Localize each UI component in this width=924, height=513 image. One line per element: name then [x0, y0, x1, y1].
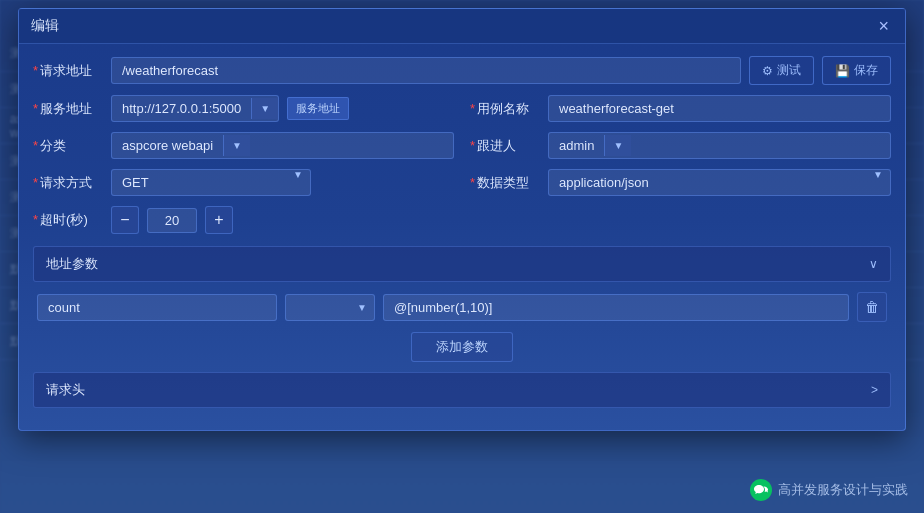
wechat-icon	[750, 479, 772, 501]
case-label: *用例名称	[470, 100, 540, 118]
test-icon: ⚙	[762, 64, 773, 78]
url-input[interactable]	[111, 57, 741, 84]
method-label: *请求方式	[33, 174, 103, 192]
close-button[interactable]: ×	[874, 17, 893, 35]
service-label: *服务地址	[33, 100, 103, 118]
method-select[interactable]: GET POST PUT DELETE	[111, 169, 311, 196]
timeout-minus-button[interactable]: −	[111, 206, 139, 234]
delete-param-button[interactable]: 🗑	[857, 292, 887, 322]
datatype-label: *数据类型	[470, 174, 540, 192]
params-collapse-icon: ∨	[869, 257, 878, 271]
chevron-down-icon[interactable]: ▼	[251, 98, 278, 119]
save-button[interactable]: 💾 保存	[822, 56, 891, 85]
headers-collapse-icon: >	[871, 383, 878, 397]
url-label: *请求地址	[33, 62, 103, 80]
category-row: *分类 aspcore webapi ▼ *跟进人 admin ▼	[33, 132, 891, 159]
tracker-label: *跟进人	[470, 137, 540, 155]
modal-title: 编辑	[31, 17, 59, 35]
tracker-dropdown[interactable]: admin ▼	[548, 132, 891, 159]
add-param-row: 添加参数	[33, 332, 891, 362]
category-label: *分类	[33, 137, 103, 155]
case-input[interactable]	[548, 95, 891, 122]
modal-header: 编辑 ×	[19, 9, 905, 44]
chevron-down-icon[interactable]: ▼	[223, 135, 250, 156]
param-row: String Number ▼ 🗑	[33, 292, 891, 322]
headers-section-header[interactable]: 请求头 >	[33, 372, 891, 408]
category-dropdown[interactable]: aspcore webapi ▼	[111, 132, 454, 159]
param-value-input[interactable]	[383, 294, 849, 321]
trash-icon: 🗑	[865, 299, 879, 315]
timeout-row: *超时(秒) − +	[33, 206, 891, 234]
timeout-label: *超时(秒)	[33, 211, 103, 229]
chevron-down-icon[interactable]: ▼	[604, 135, 631, 156]
params-section-header[interactable]: 地址参数 ∨	[33, 246, 891, 282]
headers-section-title: 请求头	[46, 381, 85, 399]
service-dropdown[interactable]: http://127.0.0.1:5000 ▼	[111, 95, 279, 122]
method-row: *请求方式 GET POST PUT DELETE ▼ *数据类型	[33, 169, 891, 196]
datatype-select[interactable]: application/json text/plain multipart/fo…	[548, 169, 891, 196]
add-param-button[interactable]: 添加参数	[411, 332, 513, 362]
timeout-input[interactable]	[147, 208, 197, 233]
test-button[interactable]: ⚙ 测试	[749, 56, 814, 85]
modal-body: *请求地址 ⚙ 测试 💾 保存 *服务地址 http://127.0.0.1:5…	[19, 44, 905, 430]
params-section-title: 地址参数	[46, 255, 98, 273]
save-icon: 💾	[835, 64, 850, 78]
timeout-plus-button[interactable]: +	[205, 206, 233, 234]
url-row: *请求地址 ⚙ 测试 💾 保存	[33, 56, 891, 85]
edit-modal: 编辑 × *请求地址 ⚙ 测试 💾 保存 *服务地址	[18, 8, 906, 431]
param-type-select[interactable]: String Number	[285, 294, 375, 321]
watermark-text: 高并发服务设计与实践	[778, 481, 908, 499]
param-name-input[interactable]	[37, 294, 277, 321]
watermark: 高并发服务设计与实践	[750, 479, 908, 501]
service-row: *服务地址 http://127.0.0.1:5000 ▼ 服务地址 *用例名称	[33, 95, 891, 122]
service-tag: 服务地址	[287, 97, 349, 120]
